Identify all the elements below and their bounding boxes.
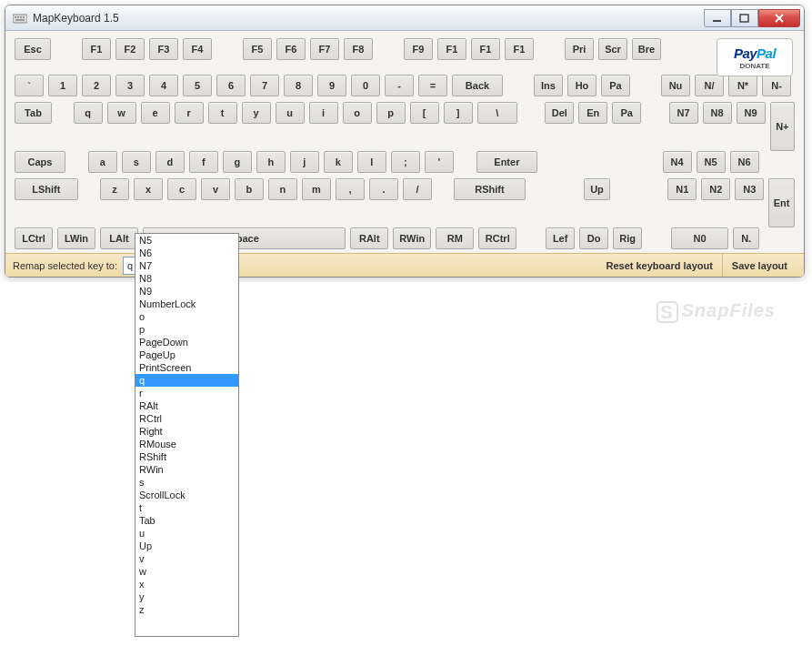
key-f9[interactable]: F9	[404, 38, 433, 60]
paypal-donate-button[interactable]: PayPal DONATE	[717, 38, 793, 76]
key-[interactable]: /	[403, 178, 432, 200]
key-2[interactable]: 2	[82, 75, 111, 96]
key-rwin[interactable]: RWin	[393, 227, 431, 249]
key-bre[interactable]: Bre	[632, 38, 661, 60]
key-h[interactable]: h	[256, 151, 286, 173]
key-caps[interactable]: Caps	[15, 151, 65, 173]
key-z[interactable]: z	[100, 178, 129, 200]
key-t[interactable]: t	[208, 102, 237, 124]
key-[interactable]: '	[425, 151, 454, 173]
key-b[interactable]: b	[235, 178, 264, 200]
key-rctrl[interactable]: RCtrl	[478, 227, 516, 249]
save-layout-button[interactable]: Save layout	[722, 254, 797, 278]
key-7[interactable]: 7	[250, 75, 279, 96]
key-f[interactable]: f	[189, 151, 218, 173]
key-e[interactable]: e	[141, 102, 170, 124]
key-n0[interactable]: N0	[671, 227, 728, 249]
key-en[interactable]: En	[578, 102, 607, 124]
key-f8[interactable]: F8	[344, 38, 373, 60]
dropdown-item[interactable]: N5	[135, 234, 238, 247]
key-lwin[interactable]: LWin	[57, 227, 95, 249]
minimize-button[interactable]	[704, 9, 731, 27]
key-rig[interactable]: Rig	[613, 227, 642, 249]
key-n4[interactable]: N4	[663, 151, 692, 173]
key-c[interactable]: c	[167, 178, 196, 200]
key-d[interactable]: d	[155, 151, 185, 173]
key-esc[interactable]: Esc	[15, 38, 51, 60]
key-u[interactable]: u	[276, 102, 305, 124]
key-n9[interactable]: N9	[737, 102, 766, 124]
key-4[interactable]: 4	[149, 75, 178, 96]
key-1[interactable]: 1	[48, 75, 77, 96]
key-rshift[interactable]: RShift	[454, 178, 526, 200]
key-y[interactable]: y	[242, 102, 271, 124]
key-8[interactable]: 8	[284, 75, 313, 96]
key-lalt[interactable]: LAlt	[100, 227, 138, 249]
key-n3[interactable]: N3	[735, 178, 764, 200]
remap-dropdown-list[interactable]: N5N6N7N8N9NumberLockopPageDownPageUpPrin…	[135, 233, 239, 282]
key-scr[interactable]: Scr	[598, 38, 627, 60]
titlebar[interactable]: MapKeyboard 1.5	[5, 5, 804, 31]
key-lef[interactable]: Lef	[546, 227, 575, 249]
key-o[interactable]: o	[343, 102, 372, 124]
key-3[interactable]: 3	[115, 75, 145, 96]
key-l[interactable]: l	[357, 151, 386, 173]
key-[interactable]: [	[410, 102, 439, 124]
key-[interactable]: =	[418, 75, 447, 96]
close-button[interactable]	[758, 9, 800, 27]
key-enter[interactable]: Enter	[476, 151, 537, 173]
key-ndot[interactable]: N.	[733, 227, 759, 249]
key-g[interactable]: g	[223, 151, 252, 173]
dropdown-item[interactable]: N6	[135, 247, 238, 259]
key-f3[interactable]: F3	[149, 38, 178, 60]
key-[interactable]: `	[15, 75, 44, 96]
key-q[interactable]: q	[74, 102, 103, 124]
key-v[interactable]: v	[201, 178, 230, 200]
key-[interactable]: ,	[336, 178, 365, 200]
key-pa[interactable]: Pa	[601, 75, 630, 96]
key-n8[interactable]: N8	[703, 102, 732, 124]
key-n6[interactable]: N6	[730, 151, 759, 173]
key-f1[interactable]: F1	[437, 38, 466, 60]
dropdown-item[interactable]: N8	[135, 272, 238, 282]
key-n[interactable]: N/	[695, 75, 724, 96]
key-w[interactable]: w	[107, 102, 136, 124]
maximize-button[interactable]	[731, 9, 758, 27]
key-j[interactable]: j	[290, 151, 319, 173]
key-nplus[interactable]: N+	[770, 102, 795, 151]
key-f1[interactable]: F1	[82, 38, 111, 60]
key-rm[interactable]: RM	[436, 227, 474, 249]
key-r[interactable]: r	[175, 102, 204, 124]
key-pa[interactable]: Pa	[612, 102, 641, 124]
key-a[interactable]: a	[88, 151, 117, 173]
key-[interactable]: -	[385, 75, 414, 96]
key-f7[interactable]: F7	[310, 38, 339, 60]
key-9[interactable]: 9	[317, 75, 346, 96]
key-f4[interactable]: F4	[183, 38, 212, 60]
key-n7[interactable]: N7	[669, 102, 698, 124]
key-f2[interactable]: F2	[115, 38, 145, 60]
key-6[interactable]: 6	[216, 75, 246, 96]
key-tab[interactable]: Tab	[15, 102, 52, 124]
key-0[interactable]: 0	[351, 75, 380, 96]
key-pri[interactable]: Pri	[565, 38, 594, 60]
key-i[interactable]: i	[309, 102, 338, 124]
key-do[interactable]: Do	[579, 227, 608, 249]
key-del[interactable]: Del	[545, 102, 574, 124]
key-f5[interactable]: F5	[243, 38, 272, 60]
key-x[interactable]: x	[134, 178, 163, 200]
key-n[interactable]: n	[268, 178, 297, 200]
key-n5[interactable]: N5	[697, 151, 726, 173]
key-ralt[interactable]: RAlt	[350, 227, 388, 249]
key-[interactable]: ;	[391, 151, 420, 173]
key-n2[interactable]: N2	[701, 178, 730, 200]
key-s[interactable]: s	[122, 151, 151, 173]
dropdown-item[interactable]: N7	[135, 259, 238, 272]
key-m[interactable]: m	[302, 178, 331, 200]
key-n1[interactable]: N1	[667, 178, 697, 200]
key-f6[interactable]: F6	[276, 38, 306, 60]
key-f1[interactable]: F1	[505, 38, 534, 60]
key-back[interactable]: Back	[452, 75, 503, 96]
key-nu[interactable]: Nu	[661, 75, 690, 96]
key-up[interactable]: Up	[584, 178, 610, 200]
